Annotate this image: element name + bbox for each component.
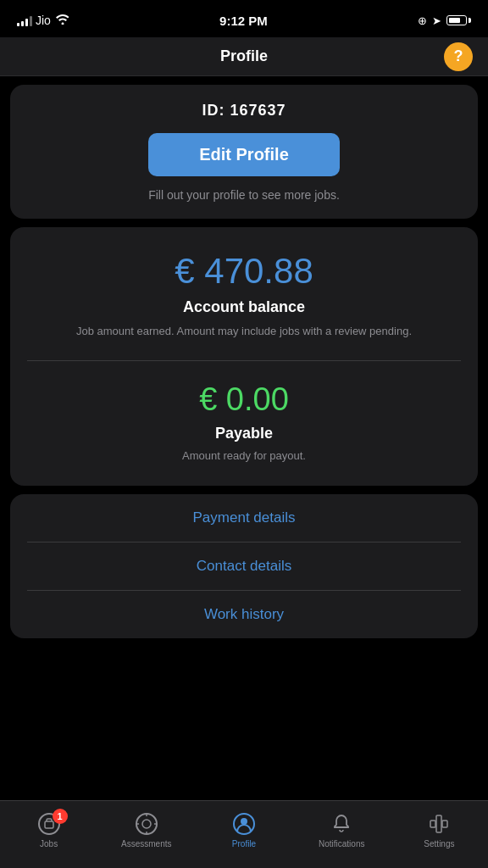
payment-details-item[interactable]: Payment details <box>10 494 478 542</box>
battery-icon <box>446 15 471 25</box>
svg-rect-1 <box>45 821 53 828</box>
contact-details-item[interactable]: Contact details <box>10 542 478 590</box>
profile-tab-label: Profile <box>232 839 256 849</box>
balance-amount: € 470.88 <box>175 251 313 292</box>
balance-desc: Job amount earned. Amount may include jo… <box>76 323 412 340</box>
main-content: ID: 167637 Edit Profile Fill out your pr… <box>0 85 488 723</box>
jobs-tab-label: Jobs <box>40 839 58 849</box>
payable-desc: Amount ready for payout. <box>182 449 306 462</box>
payable-amount: € 0.00 <box>199 381 289 418</box>
signal-bars <box>17 14 32 26</box>
assessments-icon <box>135 812 158 836</box>
svg-point-9 <box>241 818 247 825</box>
top-nav: Profile ? <box>0 37 488 76</box>
status-time: 9:12 PM <box>219 14 268 28</box>
svg-point-2 <box>136 814 157 834</box>
menu-card: Payment details Contact details Work his… <box>10 494 478 638</box>
profile-hint: Fill out your profile to see more jobs. <box>148 188 340 202</box>
profile-id: ID: 167637 <box>202 102 286 120</box>
page-title: Profile <box>220 47 268 65</box>
payable-label: Payable <box>215 425 273 442</box>
tab-jobs[interactable]: 1 Jobs <box>0 812 97 849</box>
settings-icon <box>427 812 451 836</box>
notifications-tab-label: Notifications <box>319 839 364 849</box>
svg-point-3 <box>142 820 151 828</box>
tab-profile[interactable]: Profile <box>195 812 292 849</box>
assessments-tab-label: Assessments <box>121 839 171 849</box>
jobs-badge: 1 <box>53 809 68 824</box>
tab-notifications[interactable]: Notifications <box>293 812 391 849</box>
svg-rect-11 <box>430 821 435 827</box>
help-button[interactable]: ? <box>444 42 473 71</box>
notifications-icon <box>330 812 353 836</box>
wifi-icon <box>56 14 69 27</box>
work-history-item[interactable]: Work history <box>10 591 478 638</box>
location-icon: ⊕ <box>418 14 427 27</box>
balance-card: € 470.88 Account balance Job amount earn… <box>10 227 478 486</box>
status-bar: Jio 9:12 PM ⊕ ➤ <box>0 0 488 37</box>
tab-assessments[interactable]: Assessments <box>97 812 195 849</box>
tab-bar: 1 Jobs Assessments <box>0 800 488 868</box>
balance-label: Account balance <box>183 298 305 316</box>
arrow-icon: ➤ <box>432 14 441 27</box>
card-divider <box>27 360 461 361</box>
svg-rect-10 <box>436 815 441 832</box>
profile-icon <box>232 812 256 836</box>
svg-rect-12 <box>442 821 447 827</box>
settings-tab-label: Settings <box>424 839 454 849</box>
carrier-label: Jio <box>36 14 51 27</box>
profile-header-card: ID: 167637 Edit Profile Fill out your pr… <box>10 85 478 219</box>
status-right: ⊕ ➤ <box>418 14 471 27</box>
edit-profile-button[interactable]: Edit Profile <box>148 133 340 176</box>
status-left: Jio <box>17 14 69 27</box>
tab-settings[interactable]: Settings <box>391 812 488 849</box>
